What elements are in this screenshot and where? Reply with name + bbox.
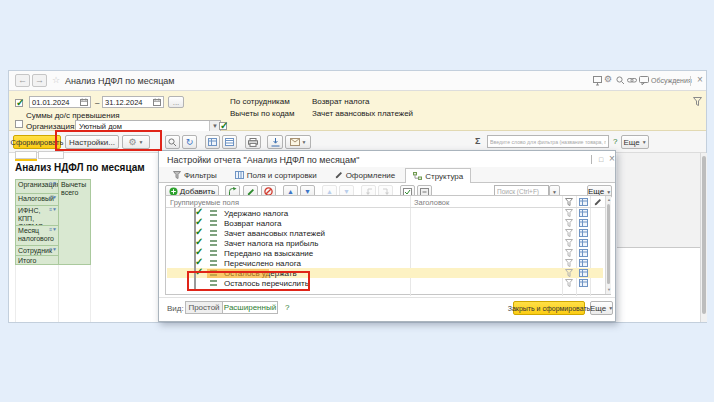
open-window-icon[interactable] <box>593 76 602 86</box>
row-grid-icon[interactable] <box>579 259 588 267</box>
row-filter-icon[interactable] <box>565 229 573 237</box>
sort-icons[interactable]: ≡▼ <box>49 227 57 233</box>
structure-row[interactable]: Перечислено налога <box>167 258 603 268</box>
filter-funnel-icon[interactable] <box>693 97 702 106</box>
gear-icon[interactable]: ⚙ <box>604 75 612 84</box>
scrollbar-thumb[interactable] <box>607 204 610 284</box>
period-dash: – <box>95 98 99 107</box>
sort-icons[interactable]: ≡▼ <box>49 247 57 253</box>
row-filter-icon[interactable] <box>565 279 573 287</box>
toolbar-more-button[interactable]: Еще ▼ <box>621 135 649 149</box>
dialog-footer-more-button[interactable]: Еще ▼ <box>590 301 613 315</box>
filter-column-icon[interactable] <box>565 198 573 206</box>
sort-icons[interactable]: ≡▼ <box>49 181 57 187</box>
scroll-down-icon[interactable]: ▼ <box>607 287 611 292</box>
structure-row[interactable]: Возврат налога <box>167 218 603 228</box>
expand-groups-button[interactable] <box>222 135 237 149</box>
link-icon[interactable] <box>627 77 637 84</box>
back-button[interactable]: ← <box>15 74 30 87</box>
period-checkbox[interactable] <box>15 99 23 107</box>
discussions-label[interactable]: Обсуждения <box>651 77 692 84</box>
field-icon <box>210 260 217 266</box>
row-filter-icon[interactable] <box>565 249 573 257</box>
send-email-button[interactable]: ▼ <box>285 135 311 149</box>
row-filter-icon[interactable] <box>565 219 573 227</box>
report-row-header[interactable]: Месяц налогового периода≡▼ <box>15 225 59 246</box>
tab-filters[interactable]: Фильтры <box>165 167 225 182</box>
structure-row[interactable]: Зачет авансовых платежей <box>167 228 603 238</box>
chat-icon[interactable] <box>639 76 649 86</box>
row-grid-icon[interactable] <box>579 229 588 237</box>
row-filter-icon[interactable] <box>565 269 573 277</box>
dialog-scrollbar[interactable]: ▲ ▼ <box>605 196 611 294</box>
row-filter-icon[interactable] <box>565 239 573 247</box>
pencil-icon <box>335 171 343 179</box>
fields-column-header[interactable]: Группируемые поля <box>170 198 239 207</box>
find-button[interactable] <box>165 135 180 149</box>
sum-totals-icon[interactable]: Σ <box>475 136 480 146</box>
row-grid-icon[interactable] <box>579 269 588 277</box>
close-and-generate-button[interactable]: Закрыть и сформировать <box>513 301 585 315</box>
row-grid-icon[interactable] <box>579 239 588 247</box>
annotation-box-settings <box>55 130 162 151</box>
deductions-label[interactable]: Вычеты по кодам <box>230 109 295 118</box>
advance-offset-label[interactable]: Зачет авансовых платежей <box>312 109 413 118</box>
toolbar-help-link[interactable]: ? <box>613 137 617 146</box>
report-row-header[interactable]: Итого <box>15 255 59 265</box>
row-grid-icon[interactable] <box>579 279 588 287</box>
structure-row[interactable]: Удержано налога <box>167 208 603 218</box>
dialog-help-link[interactable]: ? <box>285 303 289 312</box>
tab-fields-sorting[interactable]: Поля и сортировки <box>227 167 325 182</box>
field-icon <box>210 250 217 256</box>
more-label: Еще <box>590 304 606 313</box>
excess-sums-label[interactable]: Суммы до/с превышения <box>26 111 120 120</box>
sort-icons[interactable]: ≡▼ <box>49 207 57 213</box>
period-to-field[interactable]: 31.12.2024 <box>102 96 164 108</box>
structure-row[interactable]: Передано на взыскание <box>167 248 603 258</box>
structure-row[interactable]: Зачет налога на прибыль <box>167 238 603 248</box>
report-row-header[interactable]: Организация≡▼ <box>15 179 59 194</box>
calendar-icon[interactable] <box>80 98 88 106</box>
quick-filter-field[interactable] <box>487 135 609 148</box>
vertical-scrollbar[interactable] <box>700 153 707 322</box>
by-employees-checkbox[interactable] <box>219 122 227 130</box>
report-column-header[interactable]: Вычеты всего <box>58 179 91 265</box>
search-icon[interactable] <box>616 76 625 85</box>
view-extended-button[interactable]: Расширенный <box>222 301 278 314</box>
row-grid-icon[interactable] <box>579 209 588 217</box>
view-simple-button[interactable]: Простой <box>185 301 223 314</box>
grid-guideline <box>90 265 91 322</box>
scrollbar-thumb[interactable] <box>702 156 706 314</box>
favorite-star-icon[interactable]: ☆ <box>52 76 60 85</box>
grid-column-icon[interactable] <box>579 198 588 206</box>
period-from-field[interactable]: 01.01.2024 <box>29 96 91 108</box>
calendar-icon[interactable] <box>153 98 161 106</box>
by-employees-label[interactable]: По сотрудникам <box>230 97 290 106</box>
collapse-groups-button[interactable] <box>205 135 220 149</box>
close-dialog-icon[interactable]: × <box>609 154 615 164</box>
refund-label[interactable]: Возврат налога <box>312 97 370 106</box>
title-column-header[interactable]: Заголовок <box>414 198 449 207</box>
row-filter-icon[interactable] <box>565 209 573 217</box>
row-label: Возврат налога <box>224 219 282 228</box>
more-label: Еще <box>623 138 639 147</box>
print-button[interactable] <box>245 135 261 149</box>
refresh-button[interactable]: ↻ <box>182 135 197 149</box>
tab-appearance[interactable]: Оформление <box>327 167 404 182</box>
period-more-button[interactable]: ... <box>168 96 184 108</box>
forward-button[interactable]: → <box>32 74 47 87</box>
sort-icons[interactable]: ≡▼ <box>49 195 57 201</box>
row-filter-icon[interactable] <box>565 259 573 267</box>
row-grid-icon[interactable] <box>579 249 588 257</box>
close-form-icon[interactable]: × <box>697 75 703 85</box>
appearance-column-icon[interactable] <box>594 198 602 206</box>
report-row-header[interactable]: ИФНС, КПП, ОКТМО≡▼ <box>15 205 59 226</box>
quick-filter-input[interactable] <box>487 135 609 148</box>
tab-structure[interactable]: Структура <box>405 168 471 183</box>
row-grid-icon[interactable] <box>579 219 588 227</box>
maximize-icon[interactable]: □ <box>599 156 603 163</box>
save-file-button[interactable] <box>267 135 283 149</box>
scroll-up-icon[interactable]: ▲ <box>607 197 611 202</box>
excess-sums-checkbox[interactable] <box>15 120 23 128</box>
generate-button[interactable]: Сформировать <box>13 135 61 149</box>
